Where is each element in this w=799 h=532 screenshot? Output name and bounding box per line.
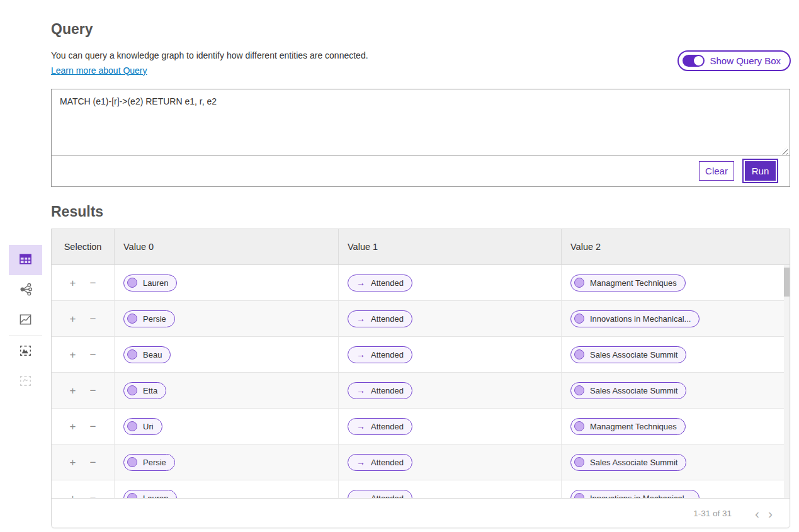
selection-cell: + −	[52, 373, 115, 408]
value1-cell: → Attended	[339, 409, 562, 444]
query-input[interactable]: MATCH (e1)-[r]->(e2) RETURN e1, r, e2	[52, 89, 790, 156]
relationship-pill[interactable]: → Attended	[348, 346, 412, 363]
entity-pill[interactable]: Managment Techniques	[570, 274, 686, 291]
value2-cell: Sales Associate Summit	[562, 373, 790, 408]
entity-label: Sales Associate Summit	[590, 386, 677, 395]
entity-pill[interactable]: Managment Techniques	[570, 418, 686, 435]
entity-label: Lauren	[143, 494, 168, 499]
scrollbar-thumb[interactable]	[784, 268, 790, 297]
entity-icon	[574, 349, 584, 359]
value0-cell: Uri	[115, 409, 339, 444]
entity-pill[interactable]: Sales Associate Summit	[570, 346, 686, 363]
entity-pill[interactable]: Sales Associate Summit	[570, 454, 686, 471]
remove-selection-button[interactable]: −	[88, 421, 99, 432]
entity-pill[interactable]: Lauren	[123, 490, 177, 499]
arrow-right-icon: →	[356, 386, 365, 395]
results-title: Results	[51, 203, 790, 221]
toggle-label: Show Query Box	[710, 55, 781, 66]
entity-icon	[574, 314, 584, 324]
entity-label: Etta	[143, 386, 157, 395]
add-selection-button[interactable]: +	[67, 349, 79, 360]
clear-button[interactable]: Clear	[699, 161, 734, 181]
value1-cell: → Attended	[339, 373, 562, 408]
table-view-button[interactable]	[9, 245, 42, 275]
entity-pill[interactable]: Sales Associate Summit	[570, 382, 686, 399]
toggle-switch-icon	[683, 55, 705, 67]
entity-pill[interactable]: Persie	[123, 310, 175, 327]
add-selection-button[interactable]: +	[67, 385, 79, 396]
table-row: + − Persie → Attended	[52, 301, 790, 337]
table-row: + − Lauren → Attended	[52, 265, 790, 301]
entity-label: Innovations in Mechanical...	[590, 494, 691, 499]
selection-cell: + −	[52, 337, 115, 372]
entity-pill[interactable]: Persie	[123, 454, 175, 471]
remove-selection-button[interactable]: −	[88, 314, 99, 324]
remove-selection-button[interactable]: −	[88, 493, 99, 499]
entity-pill[interactable]: Innovations in Mechanical...	[570, 490, 700, 499]
table-row: + − Persie → Attended	[52, 444, 790, 480]
entity-icon	[127, 314, 137, 324]
entity-icon	[127, 278, 137, 288]
add-selection-button[interactable]	[9, 366, 42, 397]
learn-more-link[interactable]: Learn more about Query	[51, 65, 147, 76]
value0-cell: Lauren	[115, 480, 339, 498]
run-button[interactable]: Run	[745, 161, 776, 181]
entity-label: Managment Techniques	[590, 278, 677, 288]
add-selection-button[interactable]: +	[67, 457, 79, 468]
entity-pill[interactable]: Innovations in Mechanical...	[570, 310, 700, 327]
add-selection-icon	[18, 373, 33, 390]
value0-cell: Lauren	[115, 265, 339, 300]
entity-label: Beau	[143, 350, 162, 359]
remove-selection-button[interactable]: −	[88, 278, 99, 288]
selection-cell: + −	[52, 301, 115, 336]
add-to-map-button[interactable]	[9, 336, 42, 366]
add-selection-button[interactable]: +	[67, 493, 79, 499]
add-selection-button[interactable]: +	[67, 314, 79, 324]
entity-icon	[574, 385, 584, 395]
value1-cell: → Attended	[339, 337, 562, 372]
relationship-pill[interactable]: → Attended	[348, 274, 412, 291]
entity-pill[interactable]: Uri	[123, 418, 162, 435]
remove-selection-button[interactable]: −	[88, 457, 99, 468]
remove-selection-button[interactable]: −	[88, 349, 99, 360]
map-view-button[interactable]	[9, 305, 42, 336]
relationship-pill[interactable]: → Attended	[348, 490, 412, 499]
relationship-pill[interactable]: → Attended	[348, 418, 412, 435]
add-selection-button[interactable]: +	[67, 278, 79, 288]
relationship-pill[interactable]: → Attended	[348, 382, 412, 399]
relationship-pill[interactable]: → Attended	[348, 310, 412, 327]
show-query-box-toggle[interactable]: Show Query Box	[677, 50, 791, 71]
entity-label: Managment Techniques	[590, 422, 677, 431]
value1-cell: → Attended	[339, 301, 562, 336]
table-scrollbar[interactable]	[784, 265, 790, 498]
map-view-icon	[18, 312, 33, 329]
entity-icon	[127, 421, 137, 431]
value2-cell: Innovations in Mechanical...	[562, 480, 790, 498]
entity-label: Lauren	[143, 278, 168, 288]
relationship-label: Attended	[371, 458, 404, 467]
value2-cell: Sales Associate Summit	[562, 337, 790, 372]
column-header-value2: Value 2	[562, 229, 790, 264]
table-footer: 1-31 of 31 ‹ ›	[52, 498, 790, 528]
query-page: { "header": { "title": "Query", "descrip…	[0, 0, 799, 532]
previous-page-button[interactable]: ‹	[751, 507, 764, 520]
next-page-button[interactable]: ›	[764, 507, 777, 520]
entity-pill[interactable]: Etta	[123, 382, 166, 399]
column-header-value0: Value 0	[115, 229, 339, 264]
entity-pill[interactable]: Beau	[123, 346, 171, 363]
remove-selection-button[interactable]: −	[88, 385, 99, 396]
main-content: Query You can query a knowledge graph to…	[51, 0, 790, 528]
selection-cell: + −	[52, 480, 115, 498]
entity-label: Persie	[143, 314, 166, 324]
link-chart-view-button[interactable]	[9, 275, 42, 305]
table-header-row: Selection Value 0 Value 1 Value 2	[52, 229, 790, 265]
relationship-pill[interactable]: → Attended	[348, 454, 412, 471]
entity-icon	[127, 457, 137, 467]
entity-pill[interactable]: Lauren	[123, 274, 177, 291]
value1-cell: → Attended	[339, 444, 562, 480]
arrow-right-icon: →	[356, 458, 365, 467]
column-header-selection: Selection	[52, 229, 115, 264]
add-selection-button[interactable]: +	[67, 421, 79, 432]
toggle-knob	[694, 56, 703, 65]
entity-icon	[127, 385, 137, 395]
